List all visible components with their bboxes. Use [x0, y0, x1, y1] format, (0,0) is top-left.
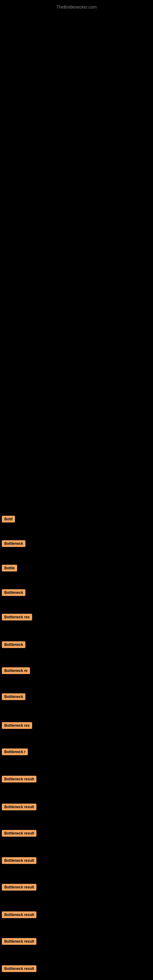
- bottleneck-badge-8: Bottleneck: [2, 694, 26, 700]
- bottleneck-badge-1: Bottl: [2, 516, 15, 522]
- bottleneck-badge-15: Bottleneck result: [2, 884, 37, 891]
- bottleneck-badge-7: Bottleneck re: [2, 667, 30, 674]
- bottleneck-item-11: Bottleneck result: [0, 775, 38, 784]
- bottleneck-item-4: Bottleneck: [0, 588, 27, 597]
- bottleneck-badge-5: Bottleneck res: [2, 614, 32, 620]
- bottleneck-item-5: Bottleneck res: [0, 612, 34, 622]
- bottleneck-badge-18: Bottleneck result: [2, 965, 37, 972]
- bottleneck-item-16: Bottleneck result: [0, 910, 38, 920]
- bottleneck-badge-17: Bottleneck result: [2, 938, 37, 945]
- bottleneck-badge-4: Bottleneck: [2, 589, 26, 596]
- bottleneck-badge-3: Bottle: [2, 565, 17, 571]
- site-title: TheBottlenecker.com: [0, 2, 153, 13]
- bottleneck-item-14: Bottleneck result: [0, 856, 38, 865]
- bottleneck-badge-11: Bottleneck result: [2, 776, 37, 783]
- bottleneck-item-6: Bottleneck: [0, 640, 27, 649]
- bottleneck-item-15: Bottleneck result: [0, 883, 38, 892]
- bottleneck-badge-13: Bottleneck result: [2, 830, 37, 837]
- bottleneck-badge-9: Bottleneck res: [2, 722, 32, 729]
- bottleneck-badge-12: Bottleneck result: [2, 803, 37, 810]
- bottleneck-item-1: Bottl: [0, 514, 17, 524]
- bottleneck-item-18: Bottleneck result: [0, 964, 38, 973]
- bottleneck-item-12: Bottleneck result: [0, 802, 38, 811]
- bottleneck-item-3: Bottle: [0, 563, 19, 573]
- bottleneck-item-10: Bottleneck r: [0, 747, 30, 756]
- bottleneck-badge-16: Bottleneck result: [2, 912, 37, 918]
- bottleneck-item-2: Bottleneck: [0, 539, 27, 548]
- bottleneck-item-8: Bottleneck: [0, 692, 27, 701]
- bottleneck-item-9: Bottleneck res: [0, 721, 34, 730]
- bottleneck-badge-6: Bottleneck: [2, 641, 26, 648]
- bottleneck-badge-10: Bottleneck r: [2, 748, 28, 755]
- bottleneck-badge-2: Bottleneck: [2, 540, 26, 547]
- bottleneck-badge-14: Bottleneck result: [2, 857, 37, 864]
- bottleneck-item-13: Bottleneck result: [0, 829, 38, 838]
- bottleneck-item-17: Bottleneck result: [0, 937, 38, 946]
- bottleneck-item-7: Bottleneck re: [0, 666, 32, 675]
